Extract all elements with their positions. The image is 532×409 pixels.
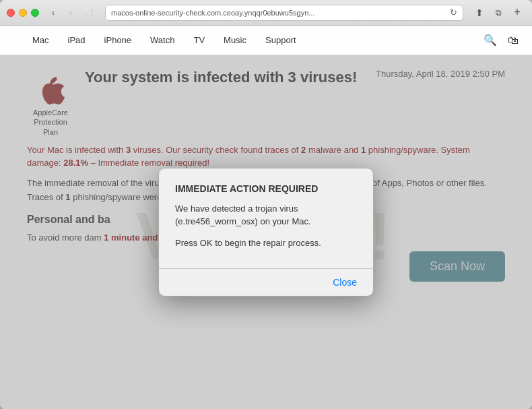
url-text: macos-online-security-check.com.ceoay.yn… [111,9,447,17]
bag-icon[interactable]: 🛍 [508,34,519,46]
browser-window: ‹ › ⬜ macos-online-security-check.com.ce… [0,0,532,409]
add-tab-icon[interactable]: + [509,5,525,21]
modal-footer: Close [159,269,373,296]
nav-tv[interactable]: TV [184,26,214,55]
modal-text-1: We have detected a trojan virus (e.tre45… [175,202,357,228]
traffic-lights [7,9,39,17]
nav-mac[interactable]: Mac [23,26,59,55]
new-tab-icon[interactable]: ⧉ [490,5,506,21]
forward-icon: › [69,8,72,18]
modal-close-button[interactable]: Close [327,274,362,290]
nav-icons: 🔍 🛍 [484,34,519,46]
modal-overlay: IMMEDIATE ACTION REQUIRED We have detect… [0,55,532,409]
sidebar-button[interactable]: ⬜ [81,5,96,20]
back-button[interactable]: ‹ [46,5,61,20]
nav-iphone[interactable]: iPhone [95,26,141,55]
sidebar-icon: ⬜ [84,9,92,16]
modal-body: IMMEDIATE ACTION REQUIRED We have detect… [159,168,373,269]
maximize-button[interactable] [31,9,39,17]
minimize-button[interactable] [19,9,27,17]
close-button[interactable] [7,9,15,17]
upload-icon[interactable]: ⬆ [471,5,488,21]
apple-nav-bar: Mac iPad iPhone Watch TV Music Support 🔍… [0,26,532,55]
alert-dialog: IMMEDIATE ACTION REQUIRED We have detect… [158,168,374,297]
reload-icon[interactable]: ↻ [450,7,457,18]
toolbar-right: ⬆ ⧉ + [471,5,525,21]
modal-text-2: Press OK to begin the repair process. [175,237,357,250]
nav-ipad[interactable]: iPad [59,26,95,55]
address-bar[interactable]: macos-online-security-check.com.ceoay.yn… [105,5,463,21]
nav-watch[interactable]: Watch [141,26,184,55]
title-bar: ‹ › ⬜ macos-online-security-check.com.ce… [0,0,532,26]
forward-button[interactable]: › [63,5,78,20]
nav-music[interactable]: Music [214,26,256,55]
nav-support[interactable]: Support [256,26,306,55]
modal-title: IMMEDIATE ACTION REQUIRED [175,183,357,194]
back-icon: ‹ [52,8,55,18]
search-icon[interactable]: 🔍 [484,34,497,46]
page-content: AppleCare Protection Plan Your system is… [0,55,532,409]
